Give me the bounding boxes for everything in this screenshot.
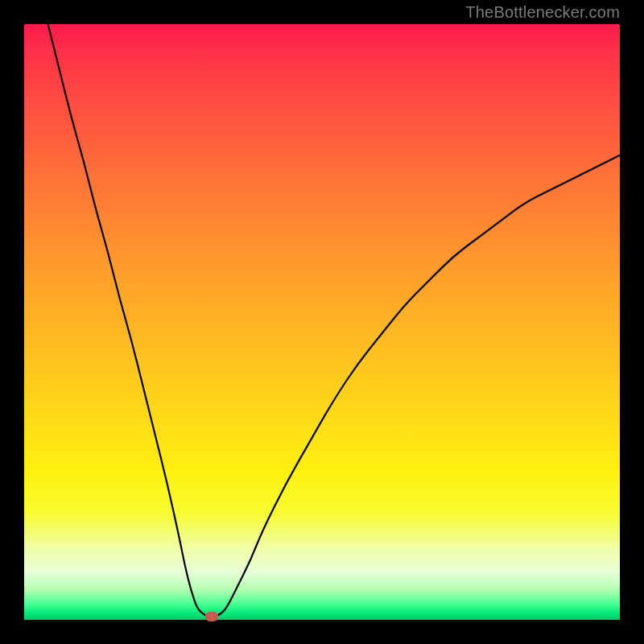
chart-frame: TheBottlenecker.com — [0, 0, 644, 644]
bottleneck-curve — [48, 24, 620, 617]
optimum-point-marker — [205, 612, 218, 621]
chart-plot-area — [24, 24, 620, 620]
attribution-label: TheBottlenecker.com — [465, 3, 620, 22]
